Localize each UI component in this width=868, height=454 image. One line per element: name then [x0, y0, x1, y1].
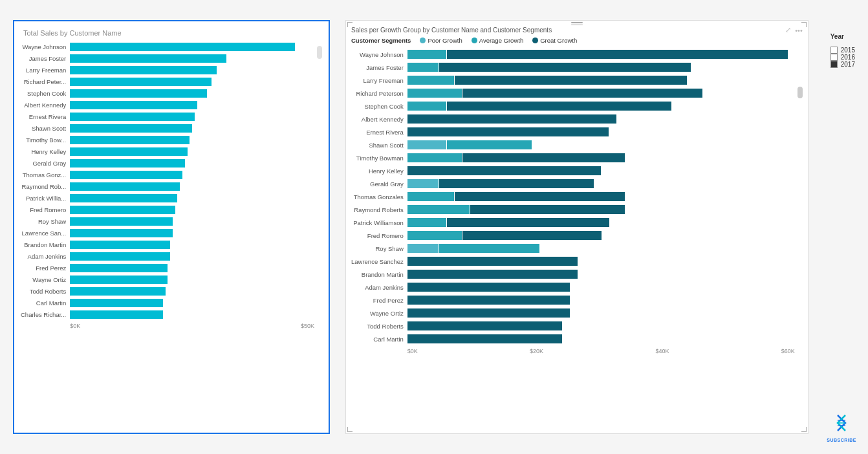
corner-bl [347, 427, 353, 432]
right-bar-row [407, 74, 795, 87]
left-bar-fill [70, 182, 180, 191]
left-bar-fill [70, 113, 195, 121]
right-bar-poor [407, 140, 446, 149]
left-bar-fill [70, 136, 190, 144]
expand-icon[interactable]: ⤢ [785, 26, 791, 34]
right-bar-label: Wayne Ortiz [370, 307, 404, 319]
left-bar-row [70, 146, 314, 157]
year-legend: Year 201520162017 [830, 20, 855, 68]
right-bar-avg [407, 50, 446, 59]
left-bar-row [70, 41, 314, 52]
right-bar-great [462, 153, 625, 162]
left-bar-label: Wayne Ortiz [32, 274, 66, 285]
left-x-label-0: $0K [70, 323, 80, 329]
left-bar-row [70, 192, 314, 204]
left-bar-row [70, 99, 314, 111]
right-bar-label: Raymond Roberts [354, 203, 404, 216]
left-chart-title: Total Sales by Customer Name [21, 29, 322, 37]
legend-great-label: Great Growth [540, 37, 577, 44]
left-bar-label: Carl Martin [36, 297, 66, 308]
left-bar-fill [70, 310, 163, 319]
left-bar-row [70, 180, 314, 192]
left-bar-label: Stephen Cook [27, 87, 66, 99]
right-bar-great [407, 166, 601, 175]
left-bar-fill [70, 287, 165, 296]
left-bar-fill [70, 43, 295, 51]
year-checkbox[interactable] [830, 61, 838, 68]
right-bar-poor [407, 244, 439, 253]
right-bar-avg [407, 205, 470, 214]
legend-avg-dot [472, 38, 477, 43]
right-bar-label: Patrick Williamson [353, 216, 404, 229]
left-bars-area: $0K $50K [70, 41, 314, 329]
right-bar-avg [407, 76, 454, 85]
page-container: Total Sales by Customer Name Wayne Johns… [13, 20, 855, 434]
right-chart: Sales per Growth Group by Customer Name … [345, 20, 808, 434]
year-checkbox[interactable] [830, 54, 838, 61]
right-bar-label: Ernest Rivera [366, 125, 404, 138]
right-bar-row [407, 190, 795, 203]
left-bar-fill [70, 252, 170, 261]
right-chart-header: Sales per Growth Group by Customer Name … [351, 26, 803, 34]
year-label: 2016 [841, 54, 855, 61]
left-chart: Total Sales by Customer Name Wayne Johns… [13, 20, 330, 434]
left-bar-row [70, 87, 314, 99]
left-bar-fill [70, 206, 175, 214]
left-x-axis: $0K $50K [70, 320, 314, 329]
left-bar-row [70, 262, 314, 274]
left-bar-fill [70, 78, 212, 86]
right-bar-label: James Foster [366, 61, 404, 74]
left-bar-row [70, 134, 314, 146]
left-bar-label: James Foster [29, 52, 67, 64]
left-bar-row [70, 64, 314, 76]
right-bar-label: Richard Peterson [356, 87, 403, 100]
left-bar-fill [70, 264, 168, 272]
legend-title: Customer Segments [351, 37, 411, 44]
right-bar-label: Adam Jenkins [365, 281, 404, 294]
more-icon[interactable]: ••• [795, 27, 803, 34]
left-bar-fill [70, 241, 170, 249]
left-x-label-1: $50K [301, 323, 314, 329]
right-bar-label: Henry Kelley [369, 164, 404, 177]
left-bar-label: Timothy Bow... [26, 134, 66, 146]
left-bar-label: Henry Kelley [31, 146, 66, 157]
right-bar-great [407, 127, 609, 136]
right-chart-icons: ⤢ ••• [785, 26, 803, 34]
year-checkbox[interactable] [830, 47, 838, 54]
right-bar-label: Brandon Martin [362, 268, 404, 281]
left-bar-label: Charles Richar... [21, 308, 66, 320]
left-bar-row [70, 204, 314, 215]
left-bar-fill [70, 66, 217, 74]
right-bar-great [439, 179, 594, 188]
right-bar-label: Gerald Gray [370, 177, 404, 190]
right-chart-title: Sales per Growth Group by Customer Name … [351, 27, 552, 34]
right-bar-row [407, 61, 795, 74]
left-bar-row [70, 111, 314, 122]
right-scrollbar-v[interactable] [797, 87, 803, 98]
left-bar-fill [70, 89, 207, 98]
left-bar-fill [70, 217, 173, 226]
right-bar-row [407, 319, 795, 332]
right-bar-label: Roy Shaw [376, 242, 404, 255]
right-bar-great [407, 308, 570, 318]
left-bar-label: Ernest Rivera [29, 111, 67, 122]
right-bar-poor [407, 179, 439, 188]
right-bar-row [407, 177, 795, 190]
legend: Customer Segments Poor Growth Average Gr… [351, 37, 803, 44]
left-scrollbar[interactable] [317, 46, 322, 59]
left-bar-label: Thomas Gonz... [23, 169, 67, 180]
corner-br [801, 427, 807, 432]
right-bar-avg [407, 153, 462, 162]
subscribe-label[interactable]: SUBSCRIBE [827, 438, 856, 442]
corner-tl [347, 22, 353, 27]
left-bar-row [70, 297, 314, 308]
right-bar-label: Stephen Cook [365, 100, 404, 113]
left-bar-row [70, 250, 314, 262]
right-bar-label: Thomas Gonzales [354, 190, 404, 203]
left-bar-fill [70, 171, 182, 179]
legend-great: Great Growth [532, 37, 577, 44]
right-bar-label: Lawrence Sanchez [351, 255, 404, 268]
left-bar-fill [70, 54, 226, 63]
left-bar-fill [70, 194, 177, 202]
left-bar-row [70, 285, 314, 297]
